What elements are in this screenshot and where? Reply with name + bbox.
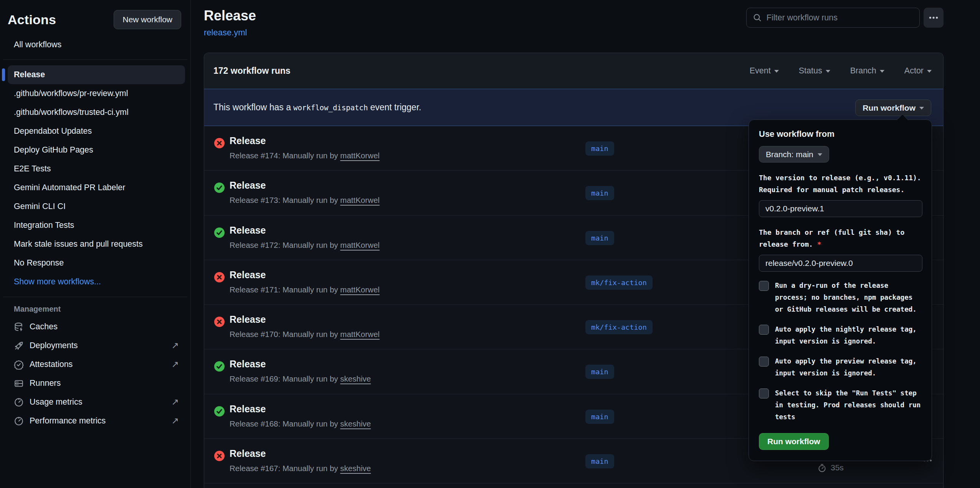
run-title-link[interactable]: Release (230, 314, 266, 325)
filter-workflow-runs-input[interactable] (767, 13, 913, 23)
run-actor-link[interactable]: mattKorwel (340, 196, 380, 204)
sidebar-item-label: Attestations (30, 360, 73, 369)
sidebar-item-attestations[interactable]: Attestations↗ (8, 355, 185, 374)
branch-badge[interactable]: main (585, 365, 614, 379)
run-description: Release #173: Manually run by mattKorwel (230, 196, 380, 205)
sidebar-item-label: Integration Tests (14, 221, 74, 230)
checkbox[interactable] (759, 325, 769, 335)
sidebar-item-runners[interactable]: Runners (8, 374, 185, 393)
branch-badge[interactable]: main (585, 186, 614, 200)
branch-select-label: Branch: main (766, 150, 813, 159)
workflow-options-kebab-button[interactable] (924, 8, 944, 28)
run-actor-link[interactable]: mattKorwel (340, 151, 380, 160)
run-status-icon-wrap (214, 272, 225, 284)
branch-badge[interactable]: main (585, 231, 614, 245)
filter-dropdown-status[interactable]: Status (799, 66, 830, 76)
popover-heading: Use workflow from (759, 129, 922, 139)
ref-input[interactable] (759, 255, 922, 272)
cache-icon (14, 322, 24, 332)
run-workflow-dropdown-button[interactable]: Run workflow (855, 100, 931, 116)
popover-checkbox-row: Select to skip the "Run Tests" step in t… (759, 387, 922, 423)
run-title-link[interactable]: Release (230, 225, 266, 236)
run-status-icon-wrap (214, 317, 225, 329)
sidebar-item-workflow[interactable]: Integration Tests (8, 216, 185, 235)
sidebar-item-workflow[interactable]: .github/workflows/pr-review.yml (8, 84, 185, 103)
sidebar-item-workflow[interactable]: Gemini CLI CI (8, 197, 185, 216)
run-info-text: Release #169: Manually run by (230, 374, 338, 383)
sidebar-item-workflow[interactable]: E2E Tests (8, 159, 185, 178)
run-title-link[interactable]: Release (230, 448, 266, 459)
sidebar-item-label: Performance metrics (30, 416, 106, 426)
sidebar-item-workflow[interactable]: Dependabot Updates (8, 122, 185, 141)
branch-badge[interactable]: main (585, 141, 614, 156)
branch-select-button[interactable]: Branch: main (759, 146, 829, 163)
run-duration: 35s (831, 463, 844, 472)
sidebar-item-workflow[interactable]: Mark stale issues and pull requests (8, 235, 185, 254)
filter-dropdown-actor[interactable]: Actor (904, 66, 932, 76)
banner-event-code: workflow_dispatch (291, 103, 370, 112)
chevron-down-icon (774, 70, 779, 73)
run-workflow-submit-button[interactable]: Run workflow (759, 433, 829, 450)
run-description: Release #168: Manually run by skeshive (230, 419, 371, 428)
sidebar-item-performance-metrics[interactable]: Performance metrics↗ (8, 412, 185, 430)
branch-badge[interactable]: mk/fix-action (585, 320, 653, 334)
run-title-link[interactable]: Release (230, 269, 266, 281)
sidebar-item-workflow[interactable]: Gemini Automated PR Labeler (8, 178, 185, 197)
branch-badge[interactable]: main (585, 410, 614, 424)
branch-badge[interactable]: main (585, 454, 614, 468)
run-title-link[interactable]: Release (230, 403, 266, 415)
sidebar-item-deployments[interactable]: Deployments↗ (8, 336, 185, 355)
run-description: Release #174: Manually run by mattKorwel (230, 151, 380, 160)
run-title-link[interactable]: Release (230, 135, 266, 146)
required-asterisk: * (817, 240, 821, 248)
run-actor-link[interactable]: mattKorwel (340, 330, 380, 339)
external-link-arrow-icon: ↗ (172, 397, 179, 407)
sidebar-item-workflow[interactable]: Deploy GitHub Pages (8, 141, 185, 159)
check-circle-icon (214, 227, 225, 238)
popover-checkbox-list: Run a dry-run of the release process; no… (759, 280, 922, 423)
run-title-link[interactable]: Release (230, 359, 266, 370)
sidebar-item-usage-metrics[interactable]: Usage metrics↗ (8, 393, 185, 412)
filter-workflow-runs-box (746, 8, 920, 28)
checkbox[interactable] (759, 281, 769, 291)
checkbox-label: Auto apply the nightly release tag, inpu… (775, 324, 917, 347)
branch-badge[interactable]: mk/fix-action (585, 276, 653, 290)
kebab-icon (929, 13, 939, 23)
sidebar-item-label: Gemini Automated PR Labeler (14, 183, 125, 193)
checkbox[interactable] (759, 388, 769, 398)
chevron-down-icon (818, 153, 822, 156)
run-description: Release #172: Manually run by mattKorwel (230, 241, 380, 250)
sidebar-item-label: No Response (14, 258, 64, 268)
sidebar-item-caches[interactable]: Caches (8, 317, 185, 336)
sidebar-item-all-workflows[interactable]: All workflows (8, 35, 185, 54)
sidebar-item-workflow[interactable]: Release (8, 65, 185, 84)
run-actor-link[interactable]: skeshive (340, 464, 371, 473)
sidebar-show-more-link[interactable]: Show more workflows... (8, 272, 185, 291)
sidebar-item-workflow[interactable]: .github/workflows/trusted-ci.yml (8, 103, 185, 122)
run-actor-link[interactable]: skeshive (340, 419, 371, 428)
filter-dropdown-event[interactable]: Event (750, 66, 779, 76)
filter-dropdown-branch[interactable]: Branch (850, 66, 884, 76)
run-actor-link[interactable]: mattKorwel (340, 285, 380, 294)
banner-text: This workflow has aworkflow_dispatcheven… (213, 102, 421, 113)
run-actor-link[interactable]: skeshive (340, 374, 371, 383)
check-circle-icon (214, 183, 225, 193)
version-input[interactable] (759, 200, 922, 217)
checkbox-label: Auto apply the preview release tag, inpu… (775, 355, 917, 379)
run-actor-link[interactable]: mattKorwel (340, 241, 380, 249)
run-info-text: Release #168: Manually run by (230, 419, 338, 428)
x-circle-icon (214, 138, 225, 148)
sidebar-item-workflow[interactable]: No Response (8, 254, 185, 272)
checkbox[interactable] (759, 357, 769, 367)
checkbox-label: Select to skip the "Run Tests" step in t… (775, 387, 921, 423)
workflow-file-link[interactable]: release.yml (204, 28, 247, 38)
banner-text-suffix: event trigger. (370, 102, 421, 112)
new-workflow-button[interactable]: New workflow (114, 10, 181, 29)
chevron-down-icon (919, 107, 924, 110)
run-info-text: Release #174: Manually run by (230, 151, 338, 160)
run-workflow-popover: Use workflow from Branch: main The versi… (749, 120, 932, 461)
run-info-text: Release #171: Manually run by (230, 285, 338, 294)
run-title-link[interactable]: Release (230, 180, 266, 191)
search-icon (753, 13, 762, 23)
meter-icon (14, 416, 24, 426)
